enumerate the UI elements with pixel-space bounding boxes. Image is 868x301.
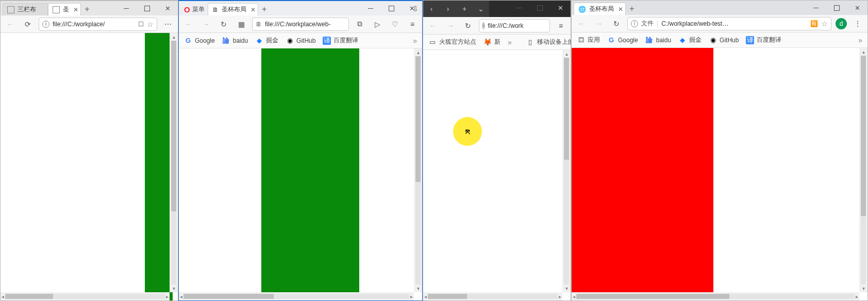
bookmark-star-icon[interactable]: ☆	[821, 20, 828, 28]
bookmark-baidu[interactable]: 論baidu	[645, 36, 671, 44]
bookmarks-overflow-button[interactable]: »	[508, 38, 512, 46]
reload-button[interactable]: ⟳	[21, 18, 35, 31]
hamburger-menu-button[interactable]: ≡	[554, 19, 567, 32]
address-bar[interactable]: i »	[479, 19, 550, 32]
tab-scroll-forward-button[interactable]: ›	[440, 1, 456, 17]
tab-scroll-back-button[interactable]: ‹	[423, 1, 440, 17]
reload-button[interactable]: ↻	[217, 18, 230, 31]
page-icon: 🗎	[212, 6, 219, 13]
vertical-scrollbar[interactable]: ▴▾	[859, 48, 867, 292]
vertical-scrollbar[interactable]: ▴▾	[414, 48, 422, 292]
close-window-button[interactable]	[550, 1, 571, 15]
baidu-icon: 論	[222, 37, 230, 45]
close-window-button[interactable]	[402, 1, 422, 15]
translate-icon[interactable]: 🈶	[810, 20, 818, 27]
back-button[interactable]: ←	[182, 18, 195, 31]
firefox-window: ‹ › + ⌄ ← → ↻ i » ≡ ▭火狐官方站点 🦊新 » ▯移动设备上的…	[423, 0, 571, 301]
firefox-icon: 🦊	[483, 38, 492, 46]
forward-button[interactable]: →	[592, 17, 606, 30]
favorite-star-icon[interactable]: ☆	[147, 20, 154, 28]
address-input[interactable]	[265, 21, 345, 28]
reload-button[interactable]: ↻	[610, 17, 623, 30]
bookmark-baidu[interactable]: 論baidu	[222, 37, 248, 45]
edge-window-controls	[116, 1, 178, 15]
new-tab-button[interactable]: +	[81, 3, 93, 15]
snapshot-button[interactable]: ⧉	[353, 18, 366, 31]
back-button[interactable]: ←	[575, 17, 588, 30]
maximize-button[interactable]	[826, 1, 847, 15]
close-tab-icon[interactable]: ✕	[618, 6, 623, 13]
bookmarks-overflow-button[interactable]: »	[858, 36, 862, 44]
site-info-icon[interactable]: i	[482, 22, 485, 29]
vertical-scrollbar[interactable]: ▴▾	[562, 50, 571, 292]
minimize-button[interactable]	[116, 1, 137, 15]
bookmark-new[interactable]: 🦊新	[483, 38, 500, 46]
forward-button[interactable]: →	[444, 19, 457, 32]
close-window-button[interactable]	[157, 1, 178, 15]
reading-view-icon[interactable]: ☐	[138, 21, 144, 28]
site-info-icon[interactable]: i	[42, 21, 49, 28]
baidu-translate-icon: 译	[323, 37, 331, 45]
bookmark-github[interactable]: ◉GitHub	[286, 37, 315, 45]
tab-list-button[interactable]: ⌄	[473, 1, 489, 17]
horizontal-scrollbar[interactable]: ◂▸	[423, 292, 562, 300]
page-icon	[53, 6, 60, 13]
chrome-tab-0[interactable]: 圣杯布局 ✕	[574, 3, 626, 15]
vertical-scrollbar[interactable]: ▴▾	[170, 33, 178, 292]
back-button[interactable]: ←	[4, 18, 17, 31]
reload-button[interactable]: ↻	[461, 19, 475, 32]
edge-viewport: ▴▾ ◂▸	[1, 33, 178, 300]
bookmark-apps[interactable]: ⚃应用	[577, 36, 600, 44]
maximize-button[interactable]	[529, 1, 550, 15]
bookmark-github[interactable]: ◉GitHub	[709, 36, 739, 44]
new-tab-button[interactable]: +	[456, 1, 473, 17]
play-button[interactable]: ▷	[371, 18, 384, 31]
close-tab-icon[interactable]: ✕	[73, 6, 78, 13]
bookmarks-overflow-button[interactable]: »	[413, 37, 417, 45]
address-bar[interactable]: i 文件 | 🈶 ☆	[627, 17, 831, 30]
new-tab-button[interactable]: +	[258, 3, 271, 15]
easy-setup-button[interactable]: ≡	[406, 18, 419, 31]
new-tab-button[interactable]: +	[626, 3, 638, 15]
more-menu-button[interactable]: ⋯	[161, 18, 175, 31]
cursor-arrow-icon: ↖	[464, 127, 471, 137]
chrome-bookmark-bar: ⚃应用 GGoogle 論baidu ◆掘金 ◉GitHub 译百度翻译 »	[572, 32, 867, 48]
heart-button[interactable]: ♡	[388, 18, 402, 31]
edge-tab-0[interactable]: 三栏布	[3, 3, 48, 15]
speed-dial-button[interactable]: ▦	[235, 18, 248, 31]
bookmark-baidufanyi[interactable]: 译百度翻译	[746, 36, 781, 44]
minimize-button[interactable]	[806, 1, 826, 15]
horizontal-scrollbar[interactable]: ◂▸	[1, 292, 170, 300]
bookmark-juejin[interactable]: ◆掘金	[678, 36, 702, 44]
forward-button[interactable]: →	[199, 18, 213, 31]
maximize-button[interactable]	[381, 1, 402, 15]
profile-avatar-button[interactable]: d	[836, 18, 847, 29]
address-bar[interactable]: i ☐ ☆	[39, 18, 157, 31]
address-input[interactable]	[661, 20, 807, 27]
site-info-icon[interactable]: i	[631, 20, 638, 27]
address-bar[interactable]: 🗎	[252, 18, 349, 31]
close-tab-icon[interactable]: ✕	[251, 6, 256, 13]
address-input[interactable]	[488, 22, 550, 29]
minimize-button[interactable]	[360, 1, 381, 15]
bookmark-firefox-official[interactable]: ▭火狐官方站点	[428, 38, 476, 46]
maximize-button[interactable]	[137, 1, 157, 15]
address-input[interactable]	[53, 21, 135, 28]
bookmark-juejin[interactable]: ◆掘金	[255, 36, 278, 45]
opera-menu-button[interactable]: O 菜单	[181, 3, 208, 15]
bookmark-baidufanyi[interactable]: 译百度翻译	[323, 36, 358, 45]
edge-tab-1[interactable]: 圣 ✕	[48, 3, 81, 15]
bookmark-mobile[interactable]: ▯移动设备上的书签	[526, 38, 571, 46]
page-green-column	[145, 33, 173, 300]
tab-title: 圣	[63, 5, 69, 14]
bookmark-google[interactable]: GGoogle	[184, 37, 215, 45]
close-window-button[interactable]	[847, 1, 867, 15]
bookmark-google[interactable]: GGoogle	[607, 36, 638, 44]
horizontal-scrollbar[interactable]: ◂▸	[179, 292, 414, 300]
opera-tab-0[interactable]: 🗎 圣杯布局 ✕	[208, 3, 258, 15]
back-button[interactable]: ←	[426, 19, 440, 32]
more-menu-button[interactable]: ⋮	[851, 17, 864, 30]
opera-bookmark-bar: GGoogle 論baidu ◆掘金 ◉GitHub 译百度翻译 »	[179, 33, 422, 48]
minimize-button[interactable]	[509, 1, 529, 15]
horizontal-scrollbar[interactable]: ◂▸	[572, 292, 859, 300]
